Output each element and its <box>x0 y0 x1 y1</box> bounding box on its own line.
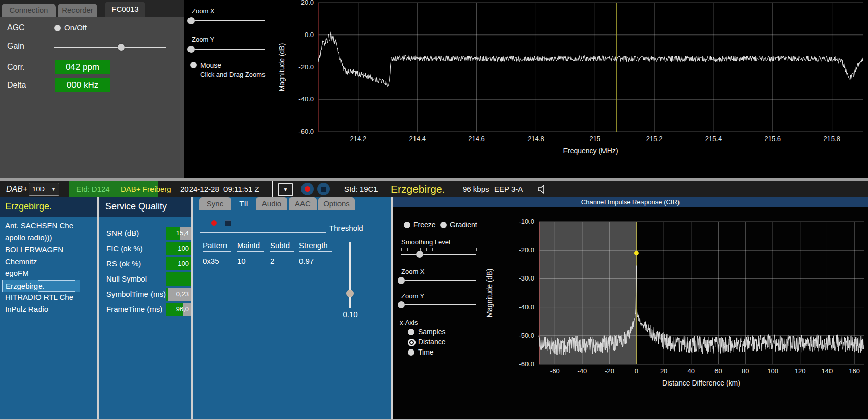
tii-cell-value: 2 <box>270 257 274 265</box>
device-tab-connection[interactable]: Connection <box>2 4 56 17</box>
svg-text:-60.0: -60.0 <box>298 128 314 135</box>
quality-metric-label: SymbolTime (ms) <box>106 290 166 298</box>
cir-zoom-y-label: Zoom Y <box>401 292 424 300</box>
recorder-dropdown-button[interactable]: ▼ <box>278 183 293 196</box>
agc-label: AGC <box>7 23 25 32</box>
spectrum-zoom-x-thumb[interactable] <box>187 17 195 24</box>
speaker-icon <box>536 183 548 195</box>
list-item-station[interactable]: Ant. SACHSEN Che <box>2 220 79 231</box>
quality-metric-label: Null Symbol <box>106 274 147 283</box>
gradient-label: Gradient <box>450 221 477 229</box>
svg-text:-20: -20 <box>605 367 614 375</box>
quality-metric-badge: 15,4 <box>166 227 191 240</box>
quality-metric-badge: 100 <box>166 257 191 270</box>
timestamp: 2024-12-28 09:11:51 Z <box>180 181 259 197</box>
agc-radio[interactable] <box>54 25 61 31</box>
svg-text:-60.0: -60.0 <box>519 360 534 368</box>
xaxis-radio-time[interactable] <box>408 349 414 356</box>
spectrum-zoom-y-slider[interactable] <box>191 49 265 50</box>
freeze-radio[interactable] <box>404 222 410 228</box>
svg-text:0.0: 0.0 <box>305 31 314 39</box>
list-item-station[interactable]: InPulz Radio <box>2 304 79 314</box>
station-panel-header: Erzgebirge. <box>0 197 97 217</box>
service-quality-title: Service Quality <box>105 201 167 212</box>
stop-icon <box>321 187 326 192</box>
xaxis-radio-samples[interactable] <box>408 329 414 335</box>
quality-metric-badge: 100 <box>166 242 191 255</box>
svg-text:215: 215 <box>589 135 600 143</box>
list-item-station[interactable]: egoFM <box>2 268 79 278</box>
service-quality-row: SymbolTime (ms)0,23 <box>106 288 191 301</box>
gain-slider-thumb[interactable] <box>118 44 125 51</box>
svg-text:20.0: 20.0 <box>301 0 314 6</box>
cir-zoom-x-thumb[interactable] <box>398 277 405 284</box>
freeze-label: Freeze <box>413 221 436 229</box>
corr-label: Corr. <box>7 63 25 72</box>
list-item-station[interactable]: apollo radio))) <box>2 232 79 243</box>
cir-zoom-y-thumb[interactable] <box>398 301 405 308</box>
app-window: ConnectionRecorderFC0013 AGC On/Off Gain… <box>0 0 868 420</box>
svg-text:140: 140 <box>822 367 833 375</box>
spectrum-zoom-y-thumb[interactable] <box>187 46 195 53</box>
station-panel: Erzgebirge. Ant. SACHSEN Cheapollo radio… <box>0 197 97 419</box>
list-item-station[interactable]: Chemnitz <box>2 256 79 267</box>
spectrum-zoom-x-label: Zoom X <box>192 7 215 15</box>
badge-fill <box>166 288 168 301</box>
svg-text:-20.0: -20.0 <box>298 63 314 71</box>
list-item-station[interactable]: HITRADIO RTL Che <box>2 292 79 302</box>
xaxis-option-label: Distance <box>418 338 445 346</box>
tii-tab-aac[interactable]: AAC <box>289 197 317 210</box>
service-quality-row: SNR (dB)15,4 <box>106 227 191 240</box>
spectrum-zoom-x-slider[interactable] <box>191 20 265 21</box>
gradient-radio[interactable] <box>440 222 447 228</box>
svg-text:80: 80 <box>742 367 749 375</box>
svg-text:60: 60 <box>714 367 722 375</box>
stop-button[interactable] <box>317 183 330 195</box>
svg-text:215.4: 215.4 <box>705 135 722 143</box>
list-item-station[interactable]: Erzgebirge. <box>2 280 80 292</box>
channel-select[interactable]: 10D ▼ <box>29 183 59 196</box>
cir-zoom-x-slider[interactable] <box>401 280 476 281</box>
device-tab-bar: ConnectionRecorderFC0013 <box>0 0 184 17</box>
xaxis-radio-distance[interactable] <box>408 339 416 346</box>
mute-button[interactable] <box>536 183 548 195</box>
gain-slider[interactable] <box>54 47 166 48</box>
smoothing-tick-marks <box>401 248 477 251</box>
badge-fill <box>166 272 191 286</box>
service-id: SId: 19C1 <box>344 181 378 197</box>
smoothing-slider[interactable] <box>401 254 476 255</box>
device-tab-fc0013[interactable]: FC0013 <box>105 2 145 17</box>
channel-select-value: 10D <box>32 183 45 195</box>
service-name: Erzgebirge. <box>391 181 445 197</box>
quality-metric-value: 15,4 <box>176 227 189 240</box>
device-tab-recorder[interactable]: Recorder <box>58 4 97 17</box>
cir-zoom-y-slider[interactable] <box>401 304 476 305</box>
list-item-station[interactable]: BOLLERWAGEN <box>2 244 79 255</box>
tii-cell-value: 0.97 <box>299 257 314 265</box>
spectrum-plot[interactable]: 214.2214.4214.6214.8215215.2215.4215.621… <box>276 0 868 159</box>
smoothing-slider-thumb[interactable] <box>416 251 423 258</box>
bitrate: 96 kbps <box>463 181 489 197</box>
cir-plot[interactable]: -60-40-20020406080100120140160-10.0-20.0… <box>484 203 868 390</box>
record-icon <box>305 186 310 192</box>
svg-text:215.8: 215.8 <box>823 135 840 143</box>
svg-text:215.2: 215.2 <box>646 135 663 143</box>
service-quality-row: FrameTime (ms)96,0 <box>106 303 191 316</box>
record-button[interactable] <box>301 183 314 195</box>
ensemble-header-label: Erzgebirge. <box>5 201 52 212</box>
statusbar-divider <box>272 181 273 197</box>
tii-tab-tii[interactable]: TII <box>233 197 254 210</box>
tii-panel: Threshold 0.10 PatternMainIdSubIdStrengt… <box>193 197 391 419</box>
tii-tab-sync[interactable]: Sync <box>199 197 231 210</box>
svg-text:-30.0: -30.0 <box>519 274 534 282</box>
svg-text:-20.0: -20.0 <box>519 246 534 254</box>
mouse-zoom-radio[interactable] <box>190 62 197 68</box>
svg-text:-40: -40 <box>578 367 587 375</box>
device-panel: ConnectionRecorderFC0013 AGC On/Off Gain… <box>0 0 184 178</box>
svg-text:40: 40 <box>688 367 695 375</box>
ensemble-name: DAB+ Freiberg <box>121 181 171 197</box>
tii-tab-audio[interactable]: Audio <box>256 197 287 210</box>
tii-tab-options[interactable]: Options <box>318 197 355 210</box>
svg-text:Distance Difference (km): Distance Difference (km) <box>662 379 740 387</box>
svg-text:20: 20 <box>660 367 667 375</box>
